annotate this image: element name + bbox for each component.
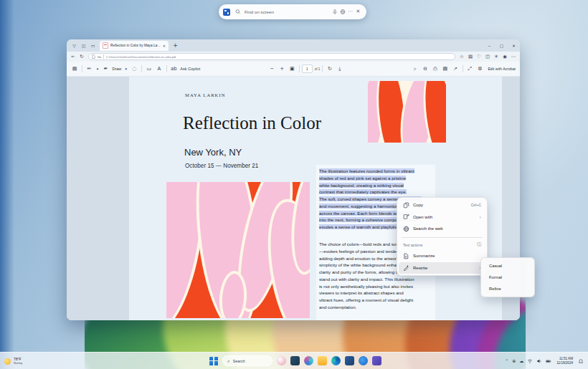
info-icon[interactable]: ⓘ bbox=[477, 241, 481, 248]
eraser-icon[interactable]: ◌ bbox=[129, 64, 139, 74]
zoom-out-button[interactable]: − bbox=[267, 64, 277, 74]
context-menu-item-open-with[interactable]: Open with › bbox=[399, 211, 485, 224]
taskbar-search[interactable]: ⌕ Search bbox=[222, 355, 272, 366]
browser-tab-active[interactable]: Reflection in Color by Maya Larkin ✕ bbox=[100, 41, 169, 51]
copilot-icon[interactable]: ✳ bbox=[492, 52, 501, 61]
context-menu-item-summarize[interactable]: Summarize bbox=[399, 250, 485, 262]
copilot-icon[interactable] bbox=[304, 356, 313, 365]
file-document-icon bbox=[92, 54, 95, 59]
fullscreen-icon[interactable]: ⤢ bbox=[465, 64, 475, 74]
page-number-input[interactable]: 1 bbox=[302, 64, 313, 73]
document-title: Reflection in Color bbox=[183, 112, 321, 134]
split-screen-icon[interactable]: ◫ bbox=[483, 52, 492, 61]
copilot-icon[interactable] bbox=[338, 7, 346, 17]
wifi-icon[interactable] bbox=[527, 358, 533, 364]
back-button[interactable]: ← bbox=[69, 52, 77, 61]
text-line: vibrant hues, offering a moment of visua… bbox=[319, 297, 432, 304]
ask-copilot-button[interactable]: Ask Copilot bbox=[180, 67, 200, 71]
highlighter-dropdown-icon[interactable]: ▾ bbox=[95, 64, 101, 74]
text-box-icon[interactable]: ▭ bbox=[144, 64, 154, 74]
submenu-item-refine[interactable]: Refine bbox=[481, 283, 534, 294]
teams-icon[interactable] bbox=[372, 356, 381, 365]
find-on-screen-toolbar: Find on screen ⋯ ✕ bbox=[219, 4, 366, 19]
search-icon[interactable]: ⌕ bbox=[410, 64, 420, 74]
tab-close-icon[interactable]: ✕ bbox=[163, 44, 166, 48]
summarize-glyph bbox=[403, 253, 409, 259]
edge-icon[interactable] bbox=[331, 356, 341, 365]
task-view-icon[interactable] bbox=[290, 356, 300, 365]
minimize-button[interactable]: ‒ bbox=[483, 39, 495, 52]
copy-icon bbox=[403, 202, 409, 209]
search-glyph bbox=[235, 9, 241, 15]
context-menu-item-rewrite[interactable]: Rewrite › bbox=[399, 262, 485, 274]
draw-pen-icon[interactable]: ✒ bbox=[101, 64, 111, 74]
notifications-bell-icon[interactable] bbox=[578, 358, 584, 364]
text-style-icon[interactable]: A bbox=[154, 64, 164, 74]
add-notes-icon[interactable]: ▤ bbox=[440, 64, 450, 74]
print-icon[interactable]: ⎙ bbox=[430, 64, 440, 74]
microsoft-store-icon[interactable] bbox=[345, 356, 354, 365]
draw-label[interactable]: Draw bbox=[113, 67, 122, 71]
draw-dropdown-icon[interactable]: ▾ bbox=[123, 64, 129, 74]
context-menu-section-header: Text actions ⓘ bbox=[397, 239, 487, 250]
highlighter-icon[interactable]: ✏ bbox=[85, 64, 95, 74]
tab-actions-icon[interactable]: ▽ bbox=[70, 41, 79, 50]
more-options-icon[interactable]: ⋯ bbox=[346, 7, 354, 17]
find-on-screen-input[interactable]: Find on screen bbox=[245, 9, 331, 14]
context-menu-label: Summarize bbox=[413, 254, 481, 258]
volume-icon[interactable] bbox=[536, 358, 542, 364]
document-author: MAYA LARKIN bbox=[185, 92, 225, 97]
network-globe-icon[interactable]: ⊕ bbox=[512, 358, 516, 363]
address-input[interactable]: file C:/Users/OneDrive/Documents/reflect… bbox=[88, 53, 455, 60]
start-button[interactable] bbox=[209, 357, 218, 365]
submenu-item-casual[interactable]: Casual bbox=[481, 260, 534, 272]
volume-glyph bbox=[536, 358, 542, 364]
share-icon[interactable]: ↗ bbox=[450, 64, 460, 74]
microphone-glyph bbox=[332, 9, 338, 15]
zoom-in-button[interactable]: + bbox=[277, 64, 287, 74]
workspaces-icon[interactable]: ◫ bbox=[79, 41, 88, 50]
rewrite-submenu: Casual Formal Refine bbox=[480, 257, 535, 297]
rotate-icon[interactable]: ↻ bbox=[325, 64, 335, 74]
text-line: The illustration features rounded forms … bbox=[319, 168, 432, 175]
read-aloud-toggle-icon[interactable]: ⊖ bbox=[420, 64, 430, 74]
fit-to-page-icon[interactable]: ▣ bbox=[287, 64, 297, 74]
table-of-contents-icon[interactable]: ▤ bbox=[70, 64, 80, 74]
close-icon[interactable]: ✕ bbox=[354, 7, 362, 17]
new-tab-button[interactable]: + bbox=[171, 41, 180, 50]
click-to-do-icon[interactable] bbox=[277, 356, 286, 365]
vertical-tabs-icon[interactable]: ▭ bbox=[88, 41, 98, 50]
text-line-content: —evokes feelings of passion and tenderne… bbox=[319, 249, 409, 254]
weather-widget[interactable]: 78°F Sunny bbox=[4, 355, 22, 367]
edit-with-acrobat-button[interactable]: Edit with Acrobat bbox=[488, 67, 516, 71]
text-line: viewers to interpret its abstract shapes… bbox=[319, 289, 432, 297]
clock-date: 11/19/2024 bbox=[556, 361, 573, 365]
bell-glyph bbox=[578, 358, 584, 364]
settings-icon[interactable]: ⚙ bbox=[475, 64, 485, 74]
refresh-button[interactable]: ↻ bbox=[77, 52, 86, 61]
collections-icon[interactable]: ▤ bbox=[466, 52, 475, 61]
chevron-up-icon[interactable]: ⌃ bbox=[505, 358, 508, 363]
snipping-tool-icon[interactable] bbox=[223, 9, 230, 16]
file-explorer-icon[interactable] bbox=[318, 356, 327, 365]
browser-essentials-icon[interactable]: ♡ bbox=[475, 52, 483, 61]
battery-icon[interactable] bbox=[546, 358, 551, 364]
context-menu-item-copy[interactable]: Copy Ctrl+C bbox=[399, 199, 485, 211]
onedrive-cloud-icon[interactable]: ☁ bbox=[519, 358, 523, 363]
maximize-button[interactable]: ▢ bbox=[495, 39, 508, 52]
microphone-icon[interactable] bbox=[331, 7, 338, 17]
read-aloud-icon[interactable]: ab bbox=[169, 64, 179, 74]
text-line: stand out with clarity and impact. This … bbox=[319, 276, 432, 283]
submenu-item-formal[interactable]: Formal bbox=[481, 272, 534, 283]
save-icon[interactable]: ⤓ bbox=[335, 64, 345, 74]
favorites-star-icon[interactable]: ☆ bbox=[457, 52, 466, 61]
toolbar-divider bbox=[463, 65, 463, 72]
clock[interactable]: 11:51 AM 11/19/2024 bbox=[556, 357, 573, 365]
profile-avatar-icon[interactable]: ◉ bbox=[501, 52, 509, 61]
outlook-icon[interactable] bbox=[359, 356, 368, 365]
settings-and-more-icon[interactable]: ⋯ bbox=[509, 52, 518, 61]
text-line: is not only aesthetically pleasing but a… bbox=[319, 283, 432, 290]
context-menu-item-search-the-web[interactable]: Search the web bbox=[399, 223, 485, 235]
close-button[interactable]: ✕ bbox=[508, 39, 520, 52]
window-controls: ‒ ▢ ✕ bbox=[483, 39, 520, 52]
